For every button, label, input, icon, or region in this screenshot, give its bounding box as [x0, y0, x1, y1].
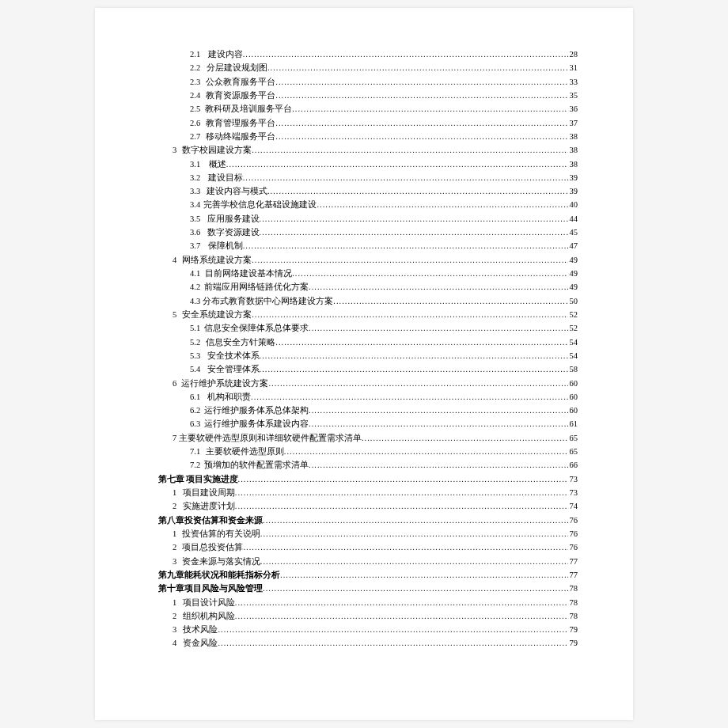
toc-page-number: 60 [568, 404, 578, 417]
toc-title: 安全管理体系 [207, 362, 260, 376]
toc-title: 信息安全保障体系总体要求 [204, 321, 309, 335]
toc-page-number: 78 [568, 609, 578, 623]
toc-title: 技术风险 [183, 623, 218, 636]
toc-page-number: 54 [568, 349, 578, 362]
toc-entry: 5.2信息安全方针策略54 [158, 336, 578, 349]
toc-page-number: 61 [568, 417, 578, 430]
toc-entry: 3.7保障机制47 [158, 239, 578, 252]
toc-number: 7.1 [158, 445, 206, 458]
toc-entry: 6.1机构和职责60 [158, 390, 578, 404]
toc-number: 4 [158, 636, 183, 650]
toc-title: 公众教育服务平台 [206, 75, 275, 89]
toc-number: 2 [158, 609, 183, 623]
toc-number: 6 [158, 377, 181, 390]
toc-leader [309, 417, 567, 430]
toc-entry: 3.2建设目标39 [158, 171, 578, 184]
toc-entry: 2实施进度计划74 [158, 499, 578, 513]
toc-title: 资金风险 [183, 636, 218, 650]
toc-entry: 3.6数字资源建设45 [158, 226, 578, 239]
toc-leader [243, 540, 567, 554]
toc-entry: 第七章项目实施进度73 [158, 472, 578, 486]
toc-title: 数字校园建设方案 [182, 143, 252, 157]
toc-number: 6.2 [158, 404, 204, 417]
toc-entry: 3.3建设内容与模式39 [158, 184, 578, 198]
toc-number: 3.7 [158, 239, 208, 252]
toc-page-number: 40 [568, 198, 578, 211]
toc-page-number: 33 [568, 75, 578, 89]
toc-entry: 5.3安全技术体系54 [158, 349, 578, 362]
toc-title: 组织机构风险 [183, 609, 235, 623]
toc-leader [218, 623, 567, 636]
table-of-contents: 2.1建设内容282.2分层建设规划图312.3公众教育服务平台332.4教育资… [158, 47, 578, 650]
toc-number: 5 [158, 308, 182, 321]
toc-number: 3.1 [158, 157, 209, 171]
toc-page-number: 31 [568, 61, 578, 74]
toc-title: 信息安全方针策略 [206, 336, 275, 349]
toc-page-number: 73 [568, 486, 578, 499]
toc-title: 预增加的软件配置需求清单 [204, 458, 309, 472]
toc-entry: 第九章能耗状况和能耗指标分析77 [158, 568, 578, 582]
toc-entry: 7.2预增加的软件配置需求清单66 [158, 458, 578, 472]
toc-leader [260, 555, 568, 568]
toc-leader [260, 527, 568, 540]
toc-page-number: 52 [568, 321, 578, 335]
toc-leader [309, 404, 567, 417]
toc-page-number: 49 [568, 253, 578, 267]
toc-number: 3 [158, 623, 183, 636]
toc-title: 目前网络建设基本情况 [205, 267, 292, 280]
toc-entry: 第八章投资估算和资金来源76 [158, 514, 578, 527]
toc-page-number: 44 [568, 212, 578, 226]
toc-number: 4.3 [158, 294, 203, 308]
toc-number: 2.4 [158, 89, 206, 102]
toc-leader [267, 61, 568, 74]
toc-entry: 4.1目前网络建设基本情况49 [158, 267, 578, 280]
toc-leader [226, 157, 568, 171]
toc-leader [275, 336, 567, 349]
toc-leader [260, 362, 568, 376]
toc-title: 项目设计风险 [183, 596, 235, 609]
toc-number: 6.3 [158, 417, 204, 430]
toc-title: 资金来源与落实情况 [182, 555, 260, 568]
toc-title: 概述 [209, 157, 226, 171]
toc-leader [275, 116, 567, 130]
toc-number: 7.2 [158, 458, 204, 472]
toc-leader [260, 349, 568, 362]
toc-number: 1 [158, 486, 183, 499]
toc-leader [260, 212, 568, 226]
toc-entry: 5安全系统建设方案52 [158, 308, 578, 321]
toc-entry: 3.5应用服务建设44 [158, 212, 578, 226]
toc-number: 第七章 [158, 472, 186, 486]
toc-title: 能耗状况和能耗指标分析 [184, 568, 280, 582]
toc-title: 保障机制 [208, 239, 243, 252]
toc-page-number: 38 [568, 143, 578, 157]
toc-entry: 4网络系统建设方案49 [158, 253, 578, 267]
toc-entry: 6.3运行维护服务体系建设内容61 [158, 417, 578, 430]
toc-number: 7 [158, 431, 179, 445]
toc-leader [284, 445, 568, 458]
toc-leader [263, 582, 568, 595]
toc-page-number: 76 [568, 514, 578, 527]
toc-leader [235, 596, 568, 609]
toc-entry: 3资金来源与落实情况77 [158, 555, 578, 568]
toc-title: 实施进度计划 [183, 499, 235, 513]
toc-page-number: 39 [568, 171, 578, 184]
toc-title: 投资估算和资金来源 [184, 514, 263, 527]
toc-page-number: 79 [568, 623, 578, 636]
toc-entry: 第十章项目风险与风险管理78 [158, 582, 578, 595]
toc-number: 2.1 [158, 47, 208, 61]
toc-entry: 2.5教科研及培训服务平台36 [158, 102, 578, 116]
toc-page-number: 73 [568, 472, 578, 486]
toc-page-number: 60 [568, 377, 578, 390]
toc-title: 移动终端服务平台 [206, 130, 275, 143]
toc-entry: 1项目建设周期73 [158, 486, 578, 499]
toc-page-number: 50 [568, 294, 578, 308]
toc-page-number: 38 [568, 157, 578, 171]
toc-title: 主要软硬件选型原则 [206, 445, 284, 458]
toc-page-number: 54 [568, 336, 578, 349]
toc-page-number: 49 [568, 267, 578, 280]
toc-leader [309, 321, 567, 335]
toc-title: 分布式教育数据中心网络建设方案 [203, 294, 333, 308]
toc-number: 2.3 [158, 75, 206, 89]
toc-number: 第八章 [158, 514, 184, 527]
toc-entry: 2.1建设内容28 [158, 47, 578, 61]
